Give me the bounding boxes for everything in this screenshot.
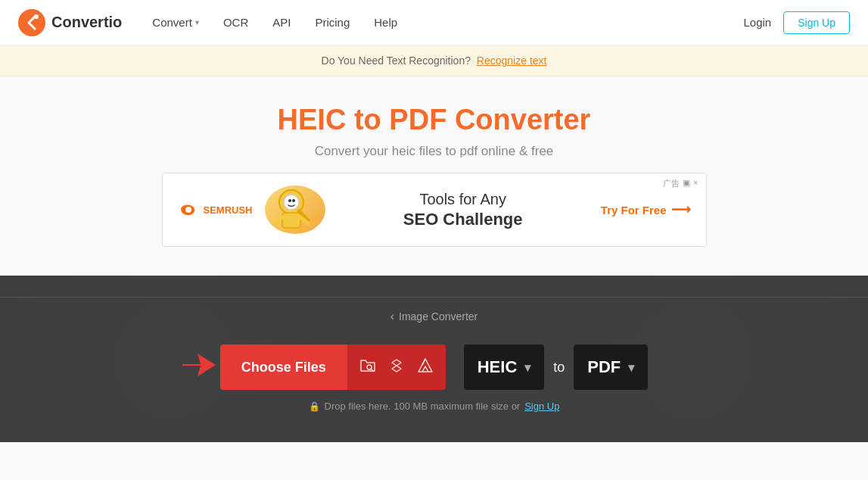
announcement-bar: Do You Need Text Recognition? Recognize … (0, 45, 868, 76)
breadcrumb-bar: Image Converter (0, 297, 868, 323)
format-selector-group: HEIC ▾ to PDF ▾ (464, 344, 649, 390)
svg-marker-14 (392, 360, 401, 372)
from-format-label: HEIC (478, 357, 518, 377)
semrush-icon (178, 202, 199, 217)
dropbox-icon[interactable] (388, 357, 405, 378)
svg-point-5 (288, 199, 291, 202)
to-label: to (553, 360, 565, 376)
to-format-chevron-icon: ▾ (628, 360, 634, 375)
nav-api[interactable]: API (272, 16, 291, 29)
ad-headline: Tools for Any SEO Challenge (338, 189, 589, 231)
from-format-chevron-icon: ▾ (524, 360, 530, 375)
ad-controls: 广告 ▣ × (663, 178, 698, 189)
convert-chevron-icon: ▾ (195, 18, 199, 26)
nav-right: Login Sign Up (743, 11, 850, 34)
nav-pricing[interactable]: Pricing (315, 16, 350, 29)
logo-icon (18, 9, 45, 36)
recognize-text-link[interactable]: Recognize text (477, 55, 547, 67)
nav-help[interactable]: Help (374, 16, 397, 29)
svg-point-6 (292, 199, 295, 202)
bottom-section (0, 442, 868, 480)
to-format-button[interactable]: PDF ▾ (574, 344, 648, 390)
lock-icon: 🔒 (309, 401, 320, 412)
google-drive-icon[interactable] (417, 357, 434, 378)
announcement-text: Do You Need Text Recognition? (322, 55, 471, 67)
svg-line-17 (422, 359, 425, 365)
drop-signup-link[interactable]: Sign Up (524, 401, 559, 412)
nav-ocr[interactable]: OCR (223, 16, 248, 29)
ad-cta[interactable]: Try For Free ⟶ (601, 201, 691, 218)
svg-marker-11 (182, 354, 216, 376)
drop-text: Drop files here. 100 MB maximum file siz… (325, 401, 521, 412)
arrow-indicator-icon (182, 351, 216, 383)
converter-controls: Choose Files (0, 344, 868, 390)
choose-files-button[interactable]: Choose Files (220, 344, 347, 390)
ad-text: Tools for Any SEO Challenge (338, 189, 589, 231)
ad-character-illustration (265, 185, 325, 234)
svg-point-4 (284, 195, 299, 210)
svg-point-2 (185, 207, 191, 213)
hero-section: HEIC to PDF Converter Convert your heic … (0, 76, 868, 276)
ad-banner: 广告 ▣ × SEMRUSH (162, 173, 707, 247)
breadcrumb-link[interactable]: Image Converter (390, 310, 478, 323)
file-source-icons (347, 344, 446, 390)
to-format-label: PDF (587, 357, 621, 377)
hero-title: HEIC to PDF Converter (18, 104, 850, 136)
brand-name: Convertio (51, 14, 122, 31)
choose-files-group: Choose Files (220, 344, 446, 390)
nav-convert[interactable]: Convert ▾ (152, 16, 199, 29)
svg-point-0 (18, 9, 45, 36)
login-button[interactable]: Login (743, 16, 771, 29)
svg-point-1 (34, 14, 39, 19)
signup-button[interactable]: Sign Up (783, 11, 850, 34)
svg-line-9 (275, 217, 282, 223)
svg-marker-15 (418, 359, 432, 372)
ad-cta-arrow-icon: ⟶ (671, 201, 691, 218)
drop-zone-text: 🔒 Drop files here. 100 MB maximum file s… (0, 401, 868, 412)
from-format-button[interactable]: HEIC ▾ (464, 344, 545, 390)
svg-rect-8 (282, 213, 300, 228)
logo-link[interactable]: Convertio (18, 9, 122, 36)
nav-links: Convert ▾ OCR API Pricing Help (152, 16, 743, 29)
navbar: Convertio Convert ▾ OCR API Pricing Help… (0, 0, 868, 45)
folder-search-icon[interactable] (359, 357, 376, 378)
hero-subtitle: Convert your heic files to pdf online & … (18, 144, 850, 159)
converter-section: Image Converter Choose Files (0, 276, 868, 442)
ad-brand: SEMRUSH (178, 202, 253, 217)
breadcrumb-label: Image Converter (399, 310, 478, 323)
